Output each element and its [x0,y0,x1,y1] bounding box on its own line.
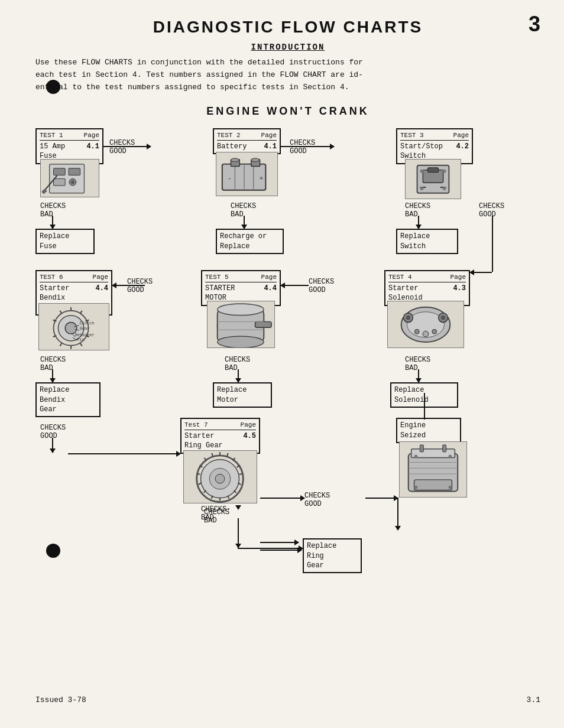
test3-pagenum: 4.2 [456,142,469,161]
svg-rect-87 [443,445,446,452]
test6-illustration: Clutch Gear Retainer Pin [38,303,109,350]
test2-box: TEST 2 Page Battery 4.1 [213,128,281,154]
test3-page-label: Page [453,131,469,140]
footer-page: 3.1 [527,696,540,704]
test7-header: Test 7 Page [184,421,256,430]
svg-text:Pin: Pin [77,337,84,342]
test1-content: 15 AmpFuse 4.1 [40,142,99,161]
svg-point-25 [420,187,423,190]
engine-seized-box: EngineSeized [396,418,461,443]
svg-text:+: + [260,174,264,183]
svg-point-16 [231,158,239,162]
arrow-t2-bad-down [244,216,245,229]
footer-issued: Issued 3-78 [35,696,86,704]
svg-point-23 [420,170,423,173]
test7-illustration [183,450,257,503]
test2-page-label: Page [261,131,277,140]
test6-page-label: Page [93,273,108,282]
arrow-t5-to-t6 [112,285,145,286]
test7-box: Test 7 Page StarterRing Gear 4.5 [180,418,260,453]
test5-header: TEST 5 Page [205,273,277,282]
chapter-number: 3 [517,12,540,37]
page-footer: Issued 3-78 3.1 [35,696,540,704]
engine-seized-text: EngineSeized [400,421,426,439]
line-t3-down [492,216,493,272]
arrow-t7-bad-right [238,548,303,549]
svg-rect-85 [411,449,455,458]
svg-rect-2 [69,168,80,176]
svg-point-17 [251,158,260,162]
arrow-t6-bad-down [52,369,53,382]
test3-illustration [405,159,461,199]
svg-rect-40 [255,321,272,327]
svg-point-39 [218,336,264,348]
svg-point-34 [432,329,437,334]
svg-rect-3 [54,178,66,186]
replace-solenoid-text: ReplaceSolenoid [394,386,429,404]
svg-point-93 [449,455,452,459]
test2-header: TEST 2 Page [217,131,277,141]
svg-rect-1 [54,168,66,176]
svg-point-38 [218,304,264,316]
test3-name: Start/StopSwitch [400,142,443,161]
replace-motor-text: ReplaceMotor [217,386,247,404]
arrow-t6-to-t7 [68,453,180,454]
arrow-t1-to-t2 [103,146,151,147]
svg-point-5 [71,180,74,184]
replace-switch-box: ReplaceSwitch [396,229,458,254]
test1-pagenum: 4.1 [86,142,99,161]
intro-text: Use these FLOW CHARTS in conjunction wit… [35,57,540,93]
test5-content: STARTERMOTOR 4.4 [205,284,277,303]
svg-line-76 [203,490,206,493]
margin-bullet-1 [46,80,60,94]
replace-switch-text: ReplaceSwitch [400,232,430,250]
test5-pagenum: 4.4 [264,284,277,303]
arrow-engine-seized-down [397,498,398,530]
svg-point-94 [414,486,418,489]
arrow-t2-to-t3 [281,146,334,147]
test3-label: TEST 3 [400,131,424,140]
replace-motor-box: ReplaceMotor [213,382,272,407]
test4-name: StarterSolenoid [388,284,423,303]
test5-page-label: Page [261,273,277,282]
engine-section-title: ENGINE WON'T CRANK [35,105,540,118]
svg-text:-: - [228,174,232,183]
svg-text:Retainer: Retainer [75,333,95,337]
svg-line-72 [234,490,236,493]
test7-pagenum: 4.5 [243,431,256,450]
test5-checks-good-label: CHECKSGOOD [127,278,153,294]
svg-line-52 [60,343,61,346]
test1-checks-good-label: CHECKSGOOD [109,139,135,155]
svg-point-26 [443,187,446,190]
test1-header: TEST 1 Page [40,131,99,141]
svg-line-77 [199,483,202,485]
page-header: DIAGNOSTIC FLOW CHARTS 3 [35,12,540,37]
replace-fuse-box: ReplaceFuse [35,229,95,254]
section-title: INTRODUCTION [35,43,540,52]
test1-label: TEST 1 [40,131,63,140]
test7-content: StarterRing Gear 4.5 [184,431,256,450]
test2-checks-good-label: CHECKSGOOD [290,139,315,155]
test1-page-label: Page [84,131,99,140]
test2-content: Battery 4.1 [217,142,277,151]
flowchart: TEST 1 Page 15 AmpFuse 4.1 [35,128,550,684]
svg-text:Clutch: Clutch [80,321,95,326]
test4-checks-good-label: CHECKSGOOD [309,278,334,294]
test6-label: TEST 6 [40,273,63,282]
svg-rect-91 [414,480,452,490]
svg-point-35 [423,331,429,337]
replace-ring-gear-text: ReplaceRingGear [307,542,336,569]
test4-content: StarterSolenoid 4.3 [388,284,466,303]
svg-rect-20 [427,168,439,173]
recharge-replace-box: Recharge orReplace [216,229,284,254]
line-solenoid-to-engine [424,393,425,420]
test2-name: Battery [217,142,247,151]
svg-line-47 [80,311,82,314]
arrow-t6-good-down [52,438,53,453]
arrow-t3-bad-down [418,216,419,229]
svg-rect-7 [41,188,47,194]
svg-line-55 [60,311,61,314]
test4-label: TEST 4 [388,273,412,282]
test3-content: Start/StopSwitch 4.2 [400,142,469,161]
svg-point-32 [441,316,446,320]
